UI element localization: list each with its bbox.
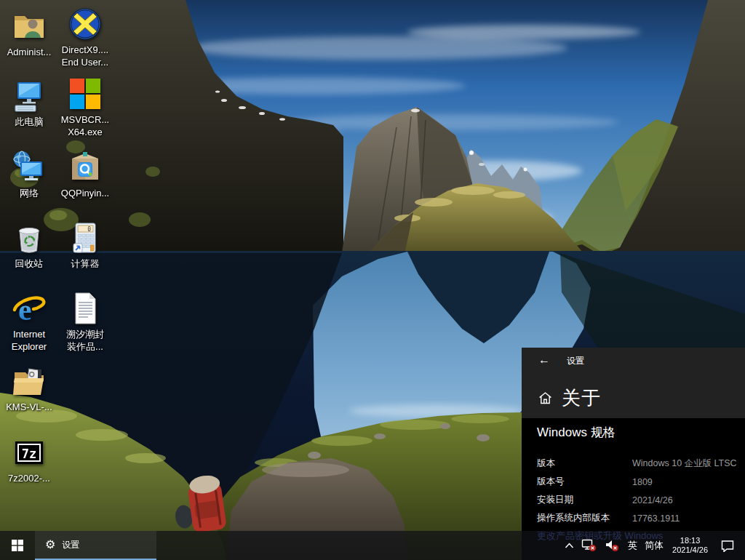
user-folder-icon xyxy=(12,9,47,44)
taskbar-settings-label: 设置 xyxy=(62,539,79,551)
spec-label: 安装日期 xyxy=(537,494,632,506)
desktop-icon-this-pc[interactable]: 此电脑 xyxy=(0,79,58,128)
desktop-icon-kms-vl[interactable]: KMS-VL-... xyxy=(0,364,58,413)
icon-label: Administ... xyxy=(0,46,58,58)
icon-label: 网络 xyxy=(0,187,58,199)
network-globe-icon xyxy=(12,150,47,185)
home-icon xyxy=(538,391,553,406)
shortcut-arrow-overlay xyxy=(73,244,82,252)
gear-icon: ⚙ xyxy=(45,539,55,551)
icon-label: 此电脑 xyxy=(0,116,58,128)
clock-time: 18:13 xyxy=(680,536,701,545)
show-hidden-icons-button[interactable] xyxy=(561,531,578,560)
desktop-icon-qqpinyin[interactable]: QQPinyin... xyxy=(56,150,114,199)
spec-row-version: 版本号 1809 xyxy=(537,473,742,491)
settings-window-title: 设置 xyxy=(567,355,584,367)
svg-text:7z: 7z xyxy=(22,447,36,461)
spec-value: Windows 10 企业版 LTSC xyxy=(632,457,737,470)
desktop-icon-calculator[interactable]: 0 计算器 xyxy=(56,220,114,270)
action-center-icon xyxy=(720,540,735,552)
spec-row-edition: 版本 Windows 10 企业版 LTSC xyxy=(537,455,742,473)
chevron-up-icon xyxy=(565,543,574,548)
language-indicator[interactable]: 英 xyxy=(624,531,641,560)
page-title: 关于 xyxy=(562,385,601,411)
desktop-icon-7zip[interactable]: 7z 7z2002-... xyxy=(0,435,58,484)
icon-label: 溯汐潮封 xyxy=(56,328,114,340)
back-button[interactable]: ← xyxy=(533,351,555,369)
network-status-icon[interactable] xyxy=(578,531,601,560)
icon-label-line2: End User... xyxy=(56,56,114,68)
software-box-icon xyxy=(68,150,103,185)
7zip-icon: 7z xyxy=(12,435,47,470)
desktop: Administ... DirectX9.... End User... 此电脑 xyxy=(0,0,745,560)
recycle-bin-icon xyxy=(12,220,47,255)
spec-label: 版本号 xyxy=(537,476,632,488)
icon-label: Internet xyxy=(0,328,58,340)
taskbar-clock[interactable]: 18:13 2021/4/26 xyxy=(667,531,713,560)
taskbar-empty-area xyxy=(156,531,561,560)
icon-label-line2: X64.exe xyxy=(56,126,114,138)
settings-titlebar: ← 设置 xyxy=(522,348,745,372)
tools-folder-icon xyxy=(12,364,47,399)
desktop-icon-network[interactable]: 网络 xyxy=(0,150,58,199)
system-tray: 英 简体 18:13 2021/4/26 xyxy=(561,531,745,560)
icon-label-line2: 装作品... xyxy=(56,340,114,353)
windows-logo-icon xyxy=(12,540,23,551)
start-button[interactable] xyxy=(0,531,35,560)
section-title: Windows 规格 xyxy=(537,424,615,441)
desktop-icon-internet-explorer[interactable]: e Internet Explorer xyxy=(0,291,58,353)
spec-row-install-date: 安装日期 2021/4/26 xyxy=(537,491,742,509)
icon-label: KMS-VL-... xyxy=(0,401,58,413)
ime-mode-indicator[interactable]: 简体 xyxy=(641,531,667,560)
volume-status-icon[interactable] xyxy=(601,531,624,560)
computer-icon xyxy=(12,79,47,113)
clock-date: 2021/4/26 xyxy=(672,545,708,555)
taskbar: ⚙ 设置 xyxy=(0,531,745,560)
microsoft-logo-icon xyxy=(68,76,103,111)
spec-value: 17763.1911 xyxy=(632,513,680,524)
icon-label: 计算器 xyxy=(56,257,114,270)
icon-label: 7z2002-... xyxy=(0,472,58,484)
settings-window: ← 设置 关于 Windows 规格 版本 Windows 10 企业版 LTS… xyxy=(522,348,745,560)
icon-label: MSVBCR... xyxy=(56,113,114,126)
icon-label: 回收站 xyxy=(0,257,58,270)
spec-label: 操作系统内部版本 xyxy=(537,512,632,524)
action-center-button[interactable] xyxy=(713,531,742,560)
spec-value: 2021/4/26 xyxy=(632,495,673,505)
desktop-icon-administrator[interactable]: Administ... xyxy=(0,9,58,58)
svg-text:0: 0 xyxy=(87,226,91,233)
icon-label-line2: Explorer xyxy=(0,340,58,353)
desktop-icon-suxichao-doc[interactable]: 溯汐潮封 装作品... xyxy=(56,291,114,353)
spec-label: 版本 xyxy=(537,457,632,470)
ie-icon: e xyxy=(12,291,47,326)
desktop-icon-recycle-bin[interactable]: 回收站 xyxy=(0,220,58,270)
spec-value: 1809 xyxy=(632,477,653,487)
desktop-icon-directx9[interactable]: DirectX9.... End User... xyxy=(56,7,114,68)
spec-row-os-build: 操作系统内部版本 17763.1911 xyxy=(537,509,742,527)
text-document-icon xyxy=(68,291,103,326)
directx-icon xyxy=(68,7,103,41)
icon-label: QQPinyin... xyxy=(56,187,114,199)
taskbar-settings-app[interactable]: ⚙ 设置 xyxy=(35,531,156,560)
icon-label: DirectX9.... xyxy=(56,44,114,56)
calculator-icon: 0 xyxy=(68,220,103,255)
desktop-icon-msvbcr[interactable]: MSVBCR... X64.exe xyxy=(56,76,114,138)
